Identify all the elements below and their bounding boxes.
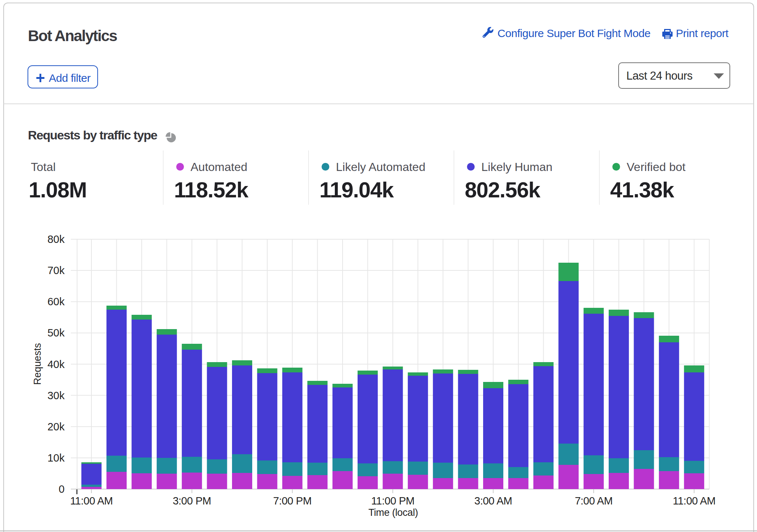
svg-text:11:00 AM: 11:00 AM: [673, 495, 716, 507]
svg-text:70k: 70k: [47, 265, 65, 276]
svg-text:0: 0: [59, 483, 65, 495]
svg-text:3:00 PM: 3:00 PM: [173, 495, 211, 507]
svg-text:30k: 30k: [47, 390, 65, 401]
svg-text:Requests: Requests: [32, 343, 43, 385]
svg-text:20k: 20k: [47, 421, 65, 433]
svg-text:60k: 60k: [47, 296, 65, 307]
svg-text:11:00 PM: 11:00 PM: [371, 495, 414, 507]
svg-text:40k: 40k: [47, 358, 65, 370]
svg-text:11:00 AM: 11:00 AM: [70, 495, 113, 507]
svg-text:7:00 AM: 7:00 AM: [575, 495, 613, 507]
svg-text:7:00 PM: 7:00 PM: [273, 495, 312, 507]
svg-text:Time (local): Time (local): [368, 507, 418, 518]
svg-text:80k: 80k: [47, 233, 65, 245]
svg-text:3:00 AM: 3:00 AM: [474, 495, 512, 507]
svg-text:10k: 10k: [47, 452, 65, 464]
svg-text:50k: 50k: [47, 327, 65, 339]
